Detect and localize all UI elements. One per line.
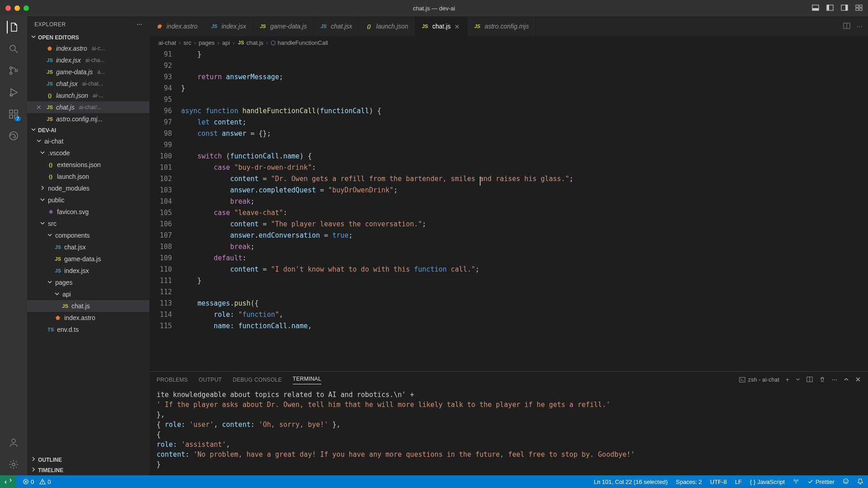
toggle-secondary-sidebar-icon[interactable] [841, 4, 848, 13]
file-item[interactable]: {}extensions.json [27, 159, 149, 171]
breadcrumb-item[interactable]: pages [199, 39, 215, 46]
terminal-output[interactable]: ite knowledgeable about topics related t… [149, 388, 868, 475]
indentation[interactable]: Spaces: 2 [676, 478, 702, 485]
language-mode[interactable]: { } JavaScript [750, 478, 785, 485]
svg-point-30 [43, 483, 43, 483]
open-editor-item[interactable]: ✕JSchat.jsai-chat/... [27, 101, 149, 113]
extensions-icon[interactable]: 7 [7, 108, 20, 120]
radio-tower-icon[interactable] [793, 478, 799, 486]
chevron-icon [40, 149, 45, 157]
tab-chat-jsx[interactable]: JSchat.jsx [314, 16, 359, 36]
close-window-button[interactable] [5, 5, 11, 11]
terminal-tab[interactable]: TERMINAL [293, 376, 321, 384]
customize-layout-icon[interactable] [855, 4, 863, 13]
edge-icon[interactable] [7, 129, 20, 142]
project-section[interactable]: DEV-AI [27, 125, 149, 135]
panel-tabs: PROBLEMS OUTPUT DEBUG CONSOLE TERMINAL z… [149, 372, 868, 388]
sidebar-more-icon[interactable]: ⋯ [137, 21, 143, 28]
folder-item[interactable]: api [27, 288, 149, 300]
close-tab-icon[interactable]: ✕ [454, 23, 461, 29]
more-icon[interactable]: ⋯ [832, 377, 837, 383]
folder-item[interactable]: public [27, 194, 149, 206]
svg-point-14 [15, 70, 18, 72]
open-editor-item[interactable]: {}launch.jsonai-... [27, 90, 149, 101]
tab-game-data-js[interactable]: JSgame-data.js [253, 16, 314, 36]
chevron-icon [40, 185, 45, 192]
breadcrumb[interactable]: ai-chat›src›pages›api›JSchat.js›⬡ handle… [149, 36, 868, 49]
remote-indicator[interactable] [0, 475, 16, 488]
encoding[interactable]: UTF-8 [710, 478, 727, 485]
open-editor-item[interactable]: JSgame-data.jsa... [27, 66, 149, 78]
toggle-panel-icon[interactable] [812, 4, 819, 13]
maximize-panel-icon[interactable] [844, 377, 849, 383]
problems-tab[interactable]: PROBLEMS [157, 377, 188, 383]
folder-item[interactable]: .vscode [27, 147, 149, 159]
tab-launch-json[interactable]: {}launch.json [359, 16, 415, 36]
titlebar-actions [812, 4, 863, 13]
output-tab[interactable]: OUTPUT [199, 377, 222, 383]
close-icon[interactable]: ✕ [36, 104, 43, 111]
file-item[interactable]: TSenv.d.ts [27, 324, 149, 335]
gear-icon[interactable] [7, 458, 20, 471]
chevron-icon [47, 279, 52, 286]
prettier-indicator[interactable]: Prettier [807, 478, 835, 485]
folder-item[interactable]: pages [27, 277, 149, 288]
terminal-shell-picker[interactable]: zsh - ai-chat [739, 377, 779, 383]
open-editor-item[interactable]: JSastro.config.mj... [27, 113, 149, 125]
kill-terminal-icon[interactable] [819, 376, 825, 384]
cursor-position[interactable]: Ln 101, Col 22 (16 selected) [594, 478, 668, 485]
minimize-window-button[interactable] [14, 5, 20, 11]
warnings-indicator[interactable]: 0 [39, 478, 51, 485]
file-item[interactable]: JSindex.jsx [27, 265, 149, 277]
file-item[interactable]: JSgame-data.js [27, 253, 149, 265]
breadcrumb-item[interactable]: ai-chat [158, 39, 176, 46]
breadcrumb-item[interactable]: src [183, 39, 191, 46]
explorer-icon[interactable] [7, 21, 19, 33]
source-control-icon[interactable] [7, 64, 20, 77]
file-item[interactable]: ⬟index.astro [27, 312, 149, 324]
new-terminal-icon[interactable]: + [786, 377, 789, 383]
tab-astro-config-mjs[interactable]: JSastro.config.mjs [467, 16, 536, 36]
terminal-dropdown-icon[interactable] [796, 377, 800, 383]
file-item[interactable]: JSchat.jsx [27, 241, 149, 253]
split-terminal-icon[interactable] [806, 376, 813, 384]
bell-icon[interactable] [857, 478, 863, 486]
breadcrumb-item[interactable]: api [222, 39, 230, 46]
open-editor-item[interactable]: JSindex.jsxai-cha... [27, 54, 149, 66]
tabs: ⬟index.astroJSindex.jsxJSgame-data.jsJSc… [149, 16, 868, 36]
eol[interactable]: LF [735, 478, 742, 485]
tab-index-astro[interactable]: ⬟index.astro [149, 16, 204, 36]
open-editor-item[interactable]: ⬟index.astroai-c... [27, 43, 149, 54]
timeline-section[interactable]: TIMELINE [27, 465, 149, 475]
code-editor[interactable]: 919293949596979899100💡101102103104105106… [149, 49, 868, 371]
folder-item[interactable]: ai-chat [27, 135, 149, 147]
errors-indicator[interactable]: 0 [23, 478, 34, 485]
maximize-window-button[interactable] [24, 5, 29, 11]
breadcrumb-item[interactable]: ⬡ handleFunctionCall [271, 39, 328, 46]
breadcrumb-item[interactable]: JSchat.js [238, 39, 264, 46]
folder-item[interactable]: src [27, 218, 149, 230]
file-item[interactable]: {}launch.json [27, 171, 149, 182]
search-icon[interactable] [7, 43, 20, 55]
open-editors-section[interactable]: OPEN EDITORS [27, 32, 149, 43]
accounts-icon[interactable] [7, 436, 20, 449]
svg-rect-25 [739, 378, 745, 383]
run-debug-icon[interactable] [7, 86, 20, 99]
close-panel-icon[interactable] [855, 377, 861, 383]
more-icon[interactable]: ⋯ [857, 23, 863, 30]
feedback-icon[interactable] [843, 478, 849, 486]
svg-rect-9 [859, 8, 862, 10]
outline-section[interactable]: OUTLINE [27, 455, 149, 465]
open-editor-item[interactable]: JSchat.jsxai-chat... [27, 78, 149, 90]
traffic-lights [5, 5, 29, 11]
svg-point-31 [796, 479, 797, 481]
file-item[interactable]: ❊favicon.svg [27, 206, 149, 218]
tab-index-jsx[interactable]: JSindex.jsx [204, 16, 253, 36]
split-editor-icon[interactable] [843, 22, 850, 31]
tab-chat-js[interactable]: JSchat.js✕ [415, 16, 467, 36]
folder-item[interactable]: node_modules [27, 182, 149, 194]
toggle-sidebar-icon[interactable] [826, 4, 834, 13]
folder-item[interactable]: components [27, 230, 149, 241]
debug-console-tab[interactable]: DEBUG CONSOLE [233, 377, 282, 383]
file-item[interactable]: JSchat.js [27, 300, 149, 312]
